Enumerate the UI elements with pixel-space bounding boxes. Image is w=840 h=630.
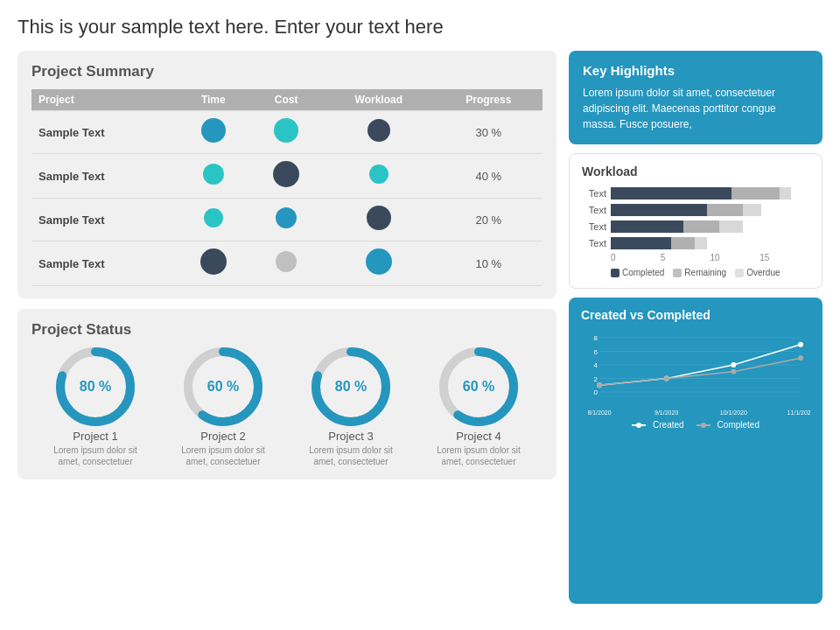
table-row: Sample Text 20 % [32,199,542,242]
donut-desc: Lorem ipsum dolor sit amet, consectetuer [171,444,276,467]
row-progress: 20 % [435,199,542,242]
legend-label: Remaining [684,268,726,277]
svg-text:4: 4 [594,361,598,369]
cvc-card: Created vs Completed 024688/1/20209/1/20… [569,298,822,604]
bar-track [611,204,809,216]
bar-track [611,220,809,233]
right-column: Key Highlights Lorem ipsum dolor sit ame… [569,51,822,604]
donut-item: 60 % Project 2 Lorem ipsum dolor sit ame… [171,347,276,467]
svg-point-28 [731,369,736,374]
donut-project-name: Project 4 [456,430,500,443]
workload-title: Workload [582,164,809,178]
bar-label: Text [582,205,606,215]
col-time: Time [177,89,249,111]
donut-label: 60 % [463,379,494,395]
donut-project-name: Project 2 [200,430,245,443]
bar-completed [611,187,732,200]
legend-label: Overdue [746,268,780,277]
col-workload: Workload [323,89,435,111]
bar-remaining [671,237,696,249]
svg-point-25 [798,342,803,347]
axis-tick: 15 [760,253,809,262]
main-layout: Project Summary Project Time Cost Worklo… [18,51,822,604]
table-row: Sample Text 30 % [32,111,542,154]
bar-row: Text [582,220,809,233]
row-cost [250,154,323,199]
bar-remaining [707,204,743,216]
donut-row: 80 % Project 1 Lorem ipsum dolor sit ame… [32,347,542,467]
col-project: Project [32,89,177,111]
donut-desc: Lorem ipsum dolor sit amet, consectetuer [426,444,531,467]
table-row: Sample Text 10 % [32,242,542,286]
row-progress: 10 % [435,242,542,286]
donut-container: 60 % [184,347,262,426]
row-workload [323,199,435,242]
project-summary-title: Project Summary [32,63,542,80]
cvc-title: Created vs Completed [581,308,810,322]
project-status-card: Project Status 80 % Project 1 Lorem ipsu… [18,309,556,480]
bar-track [611,237,809,249]
bar-completed [611,220,683,233]
table-row: Sample Text 40 % [32,154,542,199]
bar-remaining [732,187,780,200]
bar-row: Text [582,237,809,249]
project-summary-card: Project Summary Project Time Cost Worklo… [18,51,556,298]
legend-dot [673,269,682,277]
summary-table: Project Time Cost Workload Progress Samp… [32,89,542,286]
bar-completed [611,204,707,216]
row-workload [323,111,435,154]
key-highlights-text: Lorem ipsum dolor sit amet, consectetuer… [583,85,808,132]
row-cost [250,242,323,286]
donut-item: 80 % Project 1 Lorem ipsum dolor sit ame… [43,347,148,467]
legend-item: Completed [611,268,664,277]
svg-text:8/1/2020: 8/1/2020 [587,410,611,416]
donut-label: 60 % [207,379,239,395]
legend-dot [735,269,744,277]
donut-label: 80 % [335,379,367,395]
cvc-legend-label: Created [653,420,684,430]
axis-tick: 0 [611,253,661,262]
bar-chart: Text Text Text Text [582,187,809,249]
bar-label: Text [582,221,606,232]
row-progress: 30 % [435,111,542,154]
project-status-title: Project Status [32,321,542,339]
axis-tick: 5 [661,253,710,262]
legend-dot [611,269,620,277]
col-cost: Cost [250,89,323,111]
row-name: Sample Text [32,199,177,242]
bar-remaining [683,220,719,233]
bar-overdue [719,220,744,233]
svg-point-29 [798,355,803,360]
svg-text:11/1/2020: 11/1/2020 [787,410,810,416]
chart-legend: CompletedRemainingOverdue [611,268,809,277]
donut-desc: Lorem ipsum dolor sit amet, consectetuer [298,444,403,467]
col-progress: Progress [435,89,542,111]
key-highlights-card: Key Highlights Lorem ipsum dolor sit ame… [569,51,822,144]
cvc-legend-label: Completed [718,420,760,430]
row-name: Sample Text [32,111,177,154]
cvc-legend: CreatedCompleted [581,420,810,430]
left-column: Project Summary Project Time Cost Worklo… [18,51,556,604]
bar-track [611,187,809,200]
key-highlights-title: Key Highlights [583,63,808,78]
chart-axis: 051015 [611,253,809,262]
axis-tick: 10 [710,253,760,262]
donut-item: 60 % Project 4 Lorem ipsum dolor sit ame… [426,347,531,467]
svg-point-33 [701,423,706,428]
donut-project-name: Project 1 [73,430,117,443]
bar-completed [611,237,671,249]
row-workload [323,242,435,286]
row-progress: 40 % [435,154,542,199]
cvc-legend-item: Created [632,420,684,430]
svg-point-24 [731,362,736,368]
svg-point-27 [664,376,669,382]
bar-row: Text [582,204,809,216]
row-time [177,111,249,154]
svg-text:6: 6 [594,348,598,356]
legend-label: Completed [622,268,664,277]
bar-overdue [695,237,707,249]
row-time [177,242,249,286]
line-chart: 024688/1/20209/1/202010/1/202011/1/2020 [581,329,810,416]
bar-label: Text [582,188,606,199]
row-cost [250,199,323,242]
